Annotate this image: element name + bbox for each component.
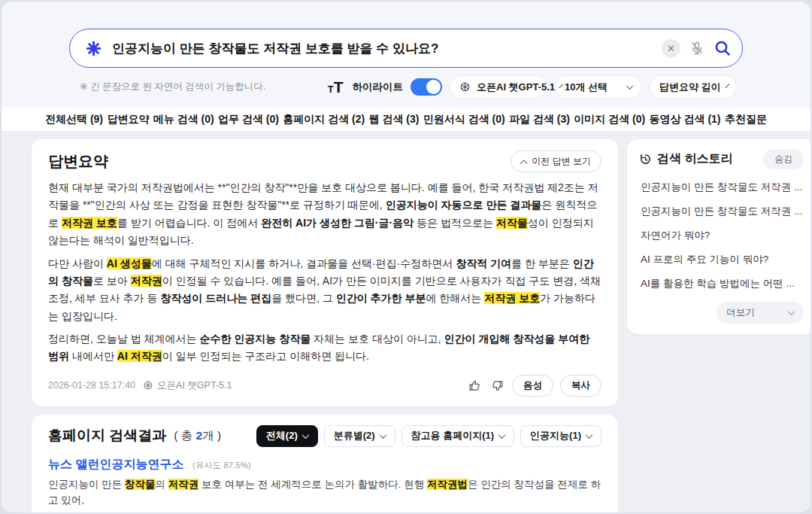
model-select-value: 오픈AI 챗GPT-5.1 [477, 81, 555, 94]
answer-summary-card: 답변요약 이전 답변 보기 현재 대부분 국가의 저작권법에서는 **"인간의 … [32, 139, 618, 406]
model-select[interactable]: 오픈AI 챗GPT-5.1 [450, 75, 547, 99]
tab-civil-form-search[interactable]: 민원서식 검색 (0) [423, 113, 505, 126]
ai-asterisk-icon [85, 40, 102, 57]
filter-chip-reference-homepage[interactable]: 참고용 홈페이지(1) [401, 425, 515, 447]
search-input[interactable] [112, 41, 662, 56]
homepage-results-card: 홈페이지 검색결과 ( 총 2개 ) 전체(2) 분류별(2) 참고용 홈페이지… [32, 415, 618, 512]
history-item[interactable]: 자연어가 뭐야? [639, 224, 804, 248]
tab-homepage-search[interactable]: 홈페이지 검색 (2) [283, 113, 365, 126]
hide-history-button[interactable]: 숨김 [763, 149, 804, 169]
tab-select-all[interactable]: 전체선택 (9) [45, 113, 103, 126]
search-area: ✕ [2, 2, 810, 68]
tab-answer-summary[interactable]: 답변요약 [107, 113, 149, 126]
answer-model-tag: 오픈AI 챗GPT-5.1 [143, 379, 232, 392]
mic-muted-icon[interactable] [689, 41, 704, 56]
tab-work-search[interactable]: 업무 검색 (0) [218, 113, 279, 126]
result-count-select-value: 10개 선택 [565, 81, 621, 94]
homepage-results-title: 홈페이지 검색결과 [48, 426, 166, 446]
result-link[interactable]: 뉴스 앨런인공지능연구소 [48, 458, 183, 470]
tab-menu-search[interactable]: 메뉴 검색 (0) [153, 113, 214, 126]
answer-paragraph: 정리하면, 오늘날 법 체계에서는 순수한 인공지능 창작물 자체는 보호 대상… [48, 330, 601, 366]
clear-icon[interactable]: ✕ [662, 39, 680, 58]
filter-chip-by-category[interactable]: 분류별(2) [324, 425, 395, 447]
tab-web-search[interactable]: 웹 검색 (3) [369, 113, 420, 126]
tab-suggested-questions[interactable]: 추천질문 [725, 113, 767, 126]
chevron-down-icon [586, 431, 593, 439]
text-size-icon[interactable]: TT [328, 79, 344, 95]
history-item[interactable]: AI 프로의 주요 기능이 뭐야? [639, 248, 804, 272]
result-tabs: 전체선택 (9) 답변요약 메뉴 검색 (0) 업무 검색 (0) 홈페이지 검… [2, 108, 810, 132]
summary-length-select[interactable]: 답변요약 길이 [650, 75, 737, 99]
answer-paragraph: 다만 사람이 AI 생성물에 대해 구체적인 지시를 하거나, 결과물을 선택·… [48, 255, 601, 326]
similarity-score: (유사도 87.5%) [192, 461, 251, 470]
voice-button[interactable]: 음성 [512, 375, 553, 397]
search-result-item: 뉴스 앨런인공지능연구소 (유사도 87.5%) 인공지능이 만든 창작물의 저… [48, 457, 601, 509]
search-options-row: ※ 긴 문장으로 된 자연어 검색이 가능합니다. TT 하이라이트 오픈AI … [80, 75, 737, 99]
copy-button[interactable]: 복사 [560, 375, 601, 397]
highlight-label: 하이라이트 [353, 81, 404, 94]
chevron-down-icon [626, 82, 634, 90]
history-item[interactable]: 인공지능이 만든 창작물도 저작권 ... [639, 175, 804, 199]
answer-summary-title: 답변요약 [48, 151, 108, 172]
answer-timestamp: 2026-01-28 15:17:40 [48, 380, 135, 391]
search-icon[interactable] [714, 39, 732, 57]
more-history-button[interactable]: 더보기 [717, 302, 804, 324]
search-history-title: 검색 히스토리 [639, 151, 732, 167]
tab-video-search[interactable]: 동영상 검색 (1) [650, 113, 721, 126]
thumb-down-icon[interactable] [489, 378, 505, 394]
tab-file-search[interactable]: 파일 검색 (3) [509, 113, 570, 126]
tab-image-search[interactable]: 이미지 검색 (0) [574, 113, 645, 126]
search-history-card: 검색 히스토리 숨김 인공지능이 만든 창작물도 저작권 ... 인공지능이 만… [627, 139, 810, 334]
chevron-up-icon [520, 160, 528, 167]
chevron-down-icon [301, 431, 309, 439]
highlight-toggle[interactable] [411, 78, 442, 96]
filter-chip-all[interactable]: 전체(2) [256, 425, 318, 447]
content-area: 답변요약 이전 답변 보기 현재 대부분 국가의 저작권법에서는 **"인간의 … [2, 132, 810, 512]
chevron-down-icon [498, 431, 506, 439]
result-snippet: 인공지능이 만든 창작물의 저작권 보호 여부는 전 세계적으로 논의가 활발하… [48, 476, 601, 509]
chevron-down-icon [725, 84, 729, 88]
openai-logo-icon [143, 380, 153, 391]
answer-paragraph: 현재 대부분 국가의 저작권법에서는 **"인간의 창작"**만을 보호 대상으… [48, 179, 601, 250]
answer-text: 현재 대부분 국가의 저작권법에서는 **"인간의 창작"**만을 보호 대상으… [48, 179, 601, 366]
summary-length-select-value: 답변요약 길이 [659, 81, 721, 94]
clock-history-icon [639, 153, 652, 166]
history-item[interactable]: 인공지능이 만든 창작물도 저작권 ... [639, 199, 804, 224]
previous-answer-button[interactable]: 이전 답변 보기 [511, 151, 601, 172]
chevron-down-icon [788, 308, 795, 315]
filter-chip-ai[interactable]: 인공지능(1) [520, 425, 601, 447]
search-hint: ※ 긴 문장으로 된 자연어 검색이 가능합니다. [80, 81, 265, 93]
history-item[interactable]: AI를 활용한 학습 방법에는 어떤 ... [639, 272, 804, 296]
homepage-results-count: ( 총 2개 ) [174, 428, 221, 444]
chevron-down-icon [379, 431, 386, 439]
app-window: ✕ ※ 긴 문장으로 된 자연어 검색이 가능합니다. TT 하이라이트 [2, 2, 810, 512]
search-bar: ✕ [69, 29, 743, 68]
thumb-up-icon[interactable] [467, 378, 483, 394]
result-count-select[interactable]: 10개 선택 [555, 75, 642, 99]
openai-logo-icon [459, 81, 471, 93]
